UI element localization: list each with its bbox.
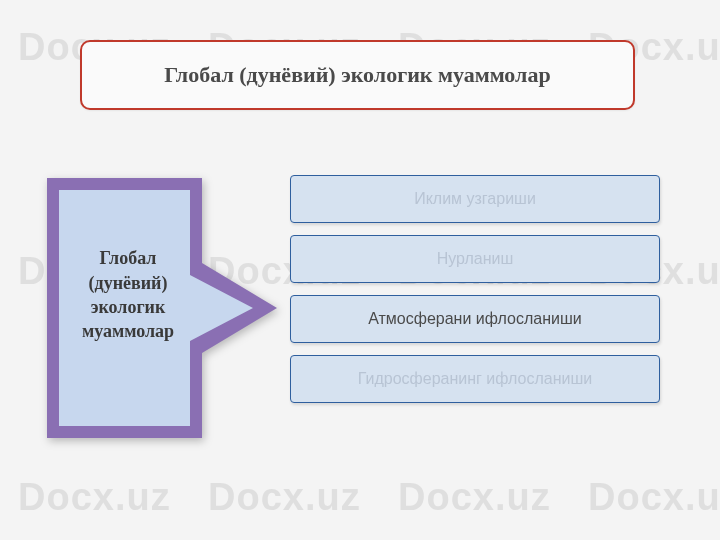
list-item: Иклим узгариши (290, 175, 660, 223)
watermark: Docx.uz (588, 476, 720, 519)
items-list: Иклим узгариши Нурланиш Атмосферани ифло… (290, 175, 660, 403)
title-box: Глобал (дунёвий) экологик муаммолар (80, 40, 635, 110)
watermark: Docx.uz (398, 476, 551, 519)
list-item: Атмосферани ифлосланиши (290, 295, 660, 343)
arrow-label: Глобал (дунёвий) экологик муаммолар (58, 230, 198, 360)
page-title: Глобал (дунёвий) экологик муаммолар (164, 62, 550, 88)
watermark: Docx.uz (208, 476, 361, 519)
list-item: Гидросферанинг ифлосланиши (290, 355, 660, 403)
list-item: Нурланиш (290, 235, 660, 283)
watermark: Docx.uz (18, 476, 171, 519)
